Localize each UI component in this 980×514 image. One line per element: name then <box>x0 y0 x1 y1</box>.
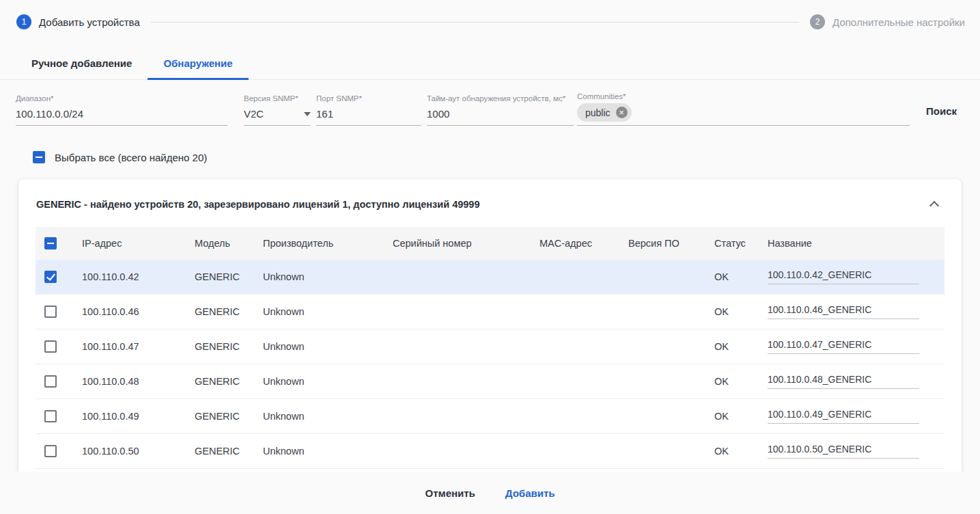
tab-bar: Ручное добавление Обнаружение <box>16 48 249 80</box>
row-name-input[interactable] <box>768 374 919 389</box>
row-name-input[interactable] <box>768 409 919 424</box>
row-name-cell <box>768 444 944 459</box>
row-model: GENERIC <box>195 341 263 352</box>
row-checkbox-cell <box>36 340 82 353</box>
step-2-circle: 2 <box>810 14 825 29</box>
community-chip-text: public <box>585 107 611 118</box>
table-row[interactable]: 100.110.0.50 GENERIC Unknown OK <box>36 434 944 469</box>
table-row[interactable]: 100.110.0.42 GENERIC Unknown OK <box>36 260 944 295</box>
range-label: Диапазон* <box>16 94 227 103</box>
row-vendor: Unknown <box>263 341 393 352</box>
snmp-port-field: Порт SNMP* <box>316 94 421 126</box>
header-ip: IP-адрес <box>82 238 195 249</box>
row-checkbox-cell <box>36 375 82 388</box>
tab-manual-add[interactable]: Ручное добавление <box>16 48 148 80</box>
row-name-cell <box>768 339 944 354</box>
header-checkbox[interactable] <box>44 237 57 249</box>
row-vendor: Unknown <box>263 411 393 422</box>
timeout-label: Тайм-аут обнаружения устройств, мс* <box>427 94 574 103</box>
row-checkbox-cell <box>36 410 82 422</box>
snmp-version-select[interactable]: V2C <box>244 108 311 120</box>
snmp-version-label: Версия SNMP* <box>244 94 311 103</box>
header-status: Статус <box>714 238 768 249</box>
snmp-port-label: Порт SNMP* <box>316 94 421 103</box>
chip-remove-icon[interactable]: × <box>616 107 628 118</box>
communities-label: Communities* <box>577 92 910 100</box>
row-checkbox[interactable] <box>44 306 57 318</box>
step-2-label: Дополнительные настройки <box>832 16 965 28</box>
row-checkbox[interactable] <box>44 375 57 388</box>
tab-discovery[interactable]: Обнаружение <box>148 48 248 80</box>
timeout-input[interactable] <box>427 108 574 120</box>
row-ip: 100.110.0.42 <box>82 271 195 282</box>
row-model: GENERIC <box>195 411 263 422</box>
row-name-cell <box>768 304 944 319</box>
dropdown-arrow-icon <box>304 112 311 116</box>
header-checkbox-cell <box>36 237 82 249</box>
row-name-input[interactable] <box>768 444 919 459</box>
header-firmware: Версия ПО <box>628 238 714 249</box>
table-row[interactable]: 100.110.0.46 GENERIC Unknown OK <box>36 295 944 329</box>
row-name-input[interactable] <box>768 304 919 319</box>
row-checkbox[interactable] <box>44 410 57 422</box>
row-model: GENERIC <box>195 376 263 387</box>
chevron-up-icon <box>929 201 939 211</box>
range-field: Диапазон* <box>16 94 227 126</box>
row-name-input[interactable] <box>768 269 919 284</box>
row-vendor: Unknown <box>263 271 393 282</box>
collapse-group-button[interactable] <box>927 198 941 211</box>
select-all-checkbox[interactable] <box>33 151 45 163</box>
row-checkbox[interactable] <box>44 271 57 283</box>
row-vendor: Unknown <box>263 376 393 387</box>
search-button[interactable]: Поиск <box>926 105 957 117</box>
stepper-connector-line <box>151 22 799 23</box>
row-status: OK <box>714 411 768 422</box>
snmp-version-field: Версия SNMP* V2C <box>244 94 311 126</box>
header-vendor: Производитель <box>263 238 393 249</box>
cancel-button[interactable]: Отменить <box>425 487 475 499</box>
row-model: GENERIC <box>195 446 263 457</box>
device-group-header: GENERIC - найдено устройств 20, зарезерв… <box>18 179 962 227</box>
row-model: GENERIC <box>195 306 263 317</box>
row-ip: 100.110.0.48 <box>82 376 195 387</box>
select-all-label: Выбрать все (всего найдено 20) <box>55 152 207 163</box>
timeout-field: Тайм-аут обнаружения устройств, мс* <box>427 94 574 126</box>
device-table: IP-адрес Модель Производитель Серийный н… <box>36 227 944 469</box>
row-name-cell <box>768 269 944 284</box>
row-model: GENERIC <box>195 271 263 282</box>
step-1-circle: 1 <box>16 14 31 29</box>
row-ip: 100.110.0.50 <box>82 446 195 457</box>
community-chip: public × <box>577 103 632 122</box>
row-status: OK <box>714 446 768 457</box>
header-name: Название <box>768 238 944 249</box>
row-name-cell <box>768 374 944 389</box>
discovery-form: Диапазон* Версия SNMP* V2C Порт SNMP* Та… <box>0 87 980 126</box>
add-button[interactable]: Добавить <box>505 487 555 499</box>
select-all-row: Выбрать все (всего найдено 20) <box>33 151 207 163</box>
range-input[interactable] <box>16 108 227 120</box>
table-row[interactable]: 100.110.0.47 GENERIC Unknown OK <box>36 329 944 364</box>
row-ip: 100.110.0.49 <box>82 411 195 422</box>
row-checkbox-cell <box>36 445 82 457</box>
snmp-port-input[interactable] <box>316 108 421 120</box>
row-vendor: Unknown <box>263 446 393 457</box>
device-group-card: GENERIC - найдено устройств 20, зарезерв… <box>18 179 962 480</box>
row-name-input[interactable] <box>768 339 919 354</box>
table-row[interactable]: 100.110.0.48 GENERIC Unknown OK <box>36 364 944 399</box>
row-checkbox-cell <box>36 306 82 318</box>
header-serial: Серийный номер <box>393 238 540 249</box>
row-checkbox[interactable] <box>44 340 57 353</box>
step-1-label: Добавить устройства <box>39 16 140 28</box>
device-group-title: GENERIC - найдено устройств 20, зарезерв… <box>36 199 479 210</box>
snmp-version-value: V2C <box>244 108 264 120</box>
row-checkbox[interactable] <box>44 445 57 457</box>
header-model: Модель <box>195 238 263 249</box>
row-name-cell <box>768 409 944 424</box>
dialog-footer: Отменить Добавить <box>0 472 980 514</box>
table-row[interactable]: 100.110.0.49 GENERIC Unknown OK <box>36 399 944 434</box>
wizard-stepper: 1 Добавить устройства 2 Дополнительные н… <box>16 14 965 30</box>
communities-field: Communities* public × <box>577 92 910 126</box>
row-status: OK <box>714 376 768 387</box>
header-mac: MAC-адрес <box>540 238 628 249</box>
row-ip: 100.110.0.46 <box>82 306 195 317</box>
